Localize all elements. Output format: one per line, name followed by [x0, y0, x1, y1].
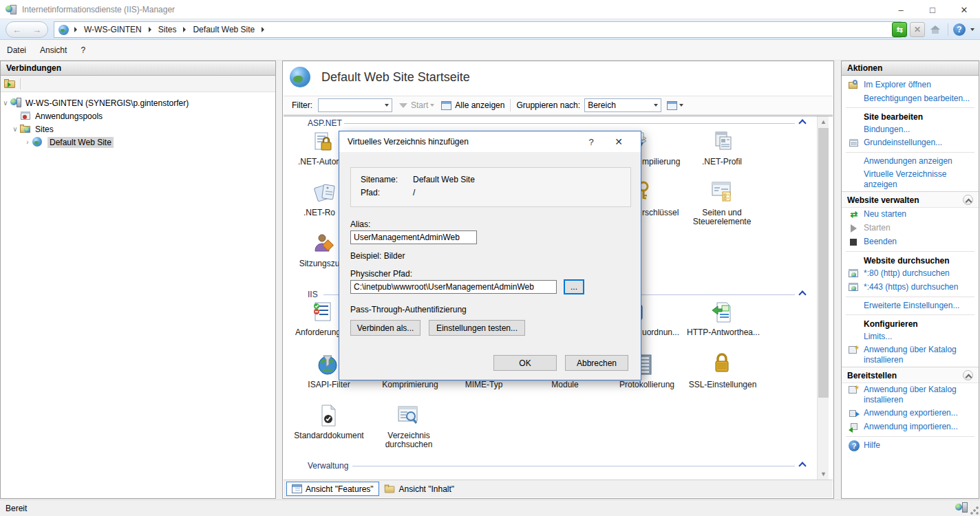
- group-by-select[interactable]: Bereich: [584, 98, 661, 112]
- view-style-icon[interactable]: [667, 101, 677, 110]
- action-start[interactable]: Starten: [842, 222, 979, 235]
- stop-button[interactable]: ✕: [910, 22, 925, 37]
- back-icon[interactable]: ←: [12, 25, 21, 35]
- net-profile-icon[interactable]: [710, 130, 734, 155]
- feature-item[interactable]: HTTP-Antworthea...: [685, 328, 761, 337]
- feature-item[interactable]: Komprimierung: [379, 380, 442, 389]
- collapse-section-icon[interactable]: [800, 462, 806, 468]
- action-stop[interactable]: Beenden: [842, 235, 979, 249]
- breadcrumb[interactable]: W-WS-GINTEN Sites Default Web Site: [54, 21, 902, 38]
- action-view-applications[interactable]: Anwendungen anzeigen: [842, 155, 979, 168]
- dialog-help-button[interactable]: ?: [577, 137, 605, 147]
- menu-hilfe[interactable]: ?: [74, 43, 92, 58]
- feature-item[interactable]: SSL-Einstellungen: [687, 380, 758, 389]
- feature-item[interactable]: Module: [546, 380, 584, 389]
- test-settings-button[interactable]: Einstellungen testen...: [429, 320, 525, 336]
- view-style-dropdown-icon[interactable]: [679, 104, 683, 107]
- alias-input[interactable]: [350, 230, 477, 244]
- scroll-down-icon[interactable]: ▼: [818, 469, 829, 480]
- tree-node-server[interactable]: ∨ W-WS-GINTEN (SYNERGIS\p.gintenstorfer): [1, 96, 275, 109]
- ok-button[interactable]: OK: [493, 355, 557, 371]
- feature-item[interactable]: .NET-Profil: [694, 158, 750, 166]
- collapse-section-icon[interactable]: [800, 119, 806, 125]
- feature-item[interactable]: ISAPI-Filter: [304, 380, 354, 389]
- tree-node-default-web-site[interactable]: › Default Web Site: [1, 136, 275, 149]
- connect-as-button[interactable]: Verbinden als...: [350, 320, 420, 336]
- feature-item[interactable]: MIME-Typ: [461, 380, 507, 389]
- filter-start-button[interactable]: Start: [411, 100, 428, 110]
- net-authorization-icon[interactable]: [312, 131, 336, 156]
- collapse-icon[interactable]: ∨: [1, 99, 10, 107]
- request-filtering-icon[interactable]: [311, 301, 334, 325]
- action-restart[interactable]: ⇄ Neu starten: [842, 208, 979, 222]
- feature-item[interactable]: .NET-Ro: [299, 208, 340, 217]
- cancel-button[interactable]: Abbrechen: [565, 355, 628, 371]
- action-view-virtual-dirs[interactable]: Virtuelle Verzeichnisse anzeigen: [842, 168, 969, 191]
- action-install-from-gallery[interactable]: ★ Anwendung über Katalog installieren: [842, 343, 972, 367]
- show-all-button[interactable]: Alle anzeigen: [455, 100, 504, 110]
- dialog-close-button[interactable]: ✕: [605, 136, 632, 147]
- section-deploy[interactable]: Bereitstellen: [842, 367, 979, 383]
- tree-node-app-pools[interactable]: Anwendungspools: [1, 109, 275, 122]
- tree-node-sites[interactable]: ∨ Sites: [1, 122, 275, 136]
- action-install-from-gallery-2[interactable]: ★ Anwendung über Katalog installieren: [842, 383, 972, 407]
- action-help[interactable]: ? Hilfe: [842, 439, 979, 453]
- ssl-settings-icon[interactable]: [710, 352, 734, 376]
- refresh-button[interactable]: ⇆: [892, 22, 907, 37]
- expand-icon[interactable]: ›: [23, 138, 32, 146]
- breadcrumb-sites[interactable]: Sites: [158, 25, 177, 34]
- action-bindings[interactable]: Bindungen...: [842, 123, 979, 136]
- pages-controls-icon[interactable]: [710, 180, 734, 204]
- feature-item[interactable]: Anforderung: [295, 328, 341, 337]
- action-advanced-settings[interactable]: Erweiterte Einstellungen...: [842, 299, 979, 312]
- default-document-icon[interactable]: [317, 404, 340, 429]
- net-roles-icon[interactable]: [314, 181, 337, 206]
- action-basic-settings[interactable]: Grundeinstellungen...: [842, 136, 979, 150]
- http-response-headers-icon[interactable]: [710, 301, 734, 325]
- menu-ansicht[interactable]: Ansicht: [33, 43, 74, 58]
- browse-button[interactable]: ...: [564, 279, 584, 294]
- minimize-button[interactable]: –: [885, 0, 917, 19]
- physical-path-input[interactable]: [350, 280, 557, 294]
- filter-input[interactable]: [318, 98, 392, 112]
- filter-go-icon[interactable]: [399, 103, 407, 108]
- feature-item[interactable]: Protokollierung: [615, 380, 679, 389]
- session-state-icon[interactable]: [312, 232, 336, 257]
- menu-datei[interactable]: Datei: [0, 43, 33, 58]
- help-dropdown-icon[interactable]: [970, 28, 974, 31]
- home-button[interactable]: [928, 22, 943, 37]
- action-edit-permissions[interactable]: Berechtigungen bearbeiten...: [842, 92, 979, 105]
- directory-browsing-icon[interactable]: [396, 404, 420, 429]
- content-scrollbar[interactable]: ▲ ▼: [817, 116, 829, 480]
- feature-item[interactable]: Sitzungszu: [297, 259, 341, 268]
- resize-grip[interactable]: [970, 506, 979, 515]
- action-import-application[interactable]: Anwendung importieren...: [842, 420, 979, 434]
- collapse-section-icon[interactable]: [800, 290, 806, 297]
- breadcrumb-server[interactable]: W-WS-GINTEN: [84, 25, 142, 34]
- feature-item[interactable]: Standarddokument: [292, 431, 366, 440]
- forward-icon[interactable]: →: [32, 25, 41, 35]
- action-browse-https[interactable]: *:443 (https) durchsuchen: [842, 281, 979, 294]
- action-open-explorer[interactable]: Im Explorer öffnen: [842, 78, 979, 92]
- section-manage-website[interactable]: Website verwalten: [842, 191, 979, 208]
- action-export-application[interactable]: Anwendung exportieren...: [842, 407, 979, 420]
- tab-features-view[interactable]: Ansicht "Features": [286, 482, 379, 496]
- nav-buttons[interactable]: ← →: [6, 21, 48, 38]
- scroll-up-icon[interactable]: ▲: [818, 116, 829, 127]
- collapse-icon[interactable]: ∨: [10, 125, 20, 133]
- collapse-circle-icon[interactable]: [963, 195, 973, 205]
- close-button[interactable]: ✕: [948, 0, 980, 19]
- maximize-button[interactable]: □: [917, 0, 948, 19]
- collapse-circle-icon[interactable]: [963, 370, 973, 380]
- breadcrumb-site[interactable]: Default Web Site: [193, 25, 255, 34]
- create-connection-icon[interactable]: [4, 79, 16, 89]
- feature-item[interactable]: mpilierung: [642, 158, 697, 166]
- scrollbar-thumb[interactable]: [818, 128, 829, 398]
- isapi-filter-icon[interactable]: [317, 353, 340, 378]
- action-limits[interactable]: Limits...: [842, 330, 979, 343]
- action-browse-http[interactable]: *:80 (http) durchsuchen: [842, 267, 979, 281]
- tab-content-view[interactable]: Ansicht "Inhalt": [379, 482, 460, 496]
- feature-item[interactable]: Verzeichnis durchsuchen: [375, 431, 443, 449]
- help-button[interactable]: ?: [953, 23, 966, 36]
- feature-item[interactable]: Seiten und Steuerelemente: [689, 208, 755, 226]
